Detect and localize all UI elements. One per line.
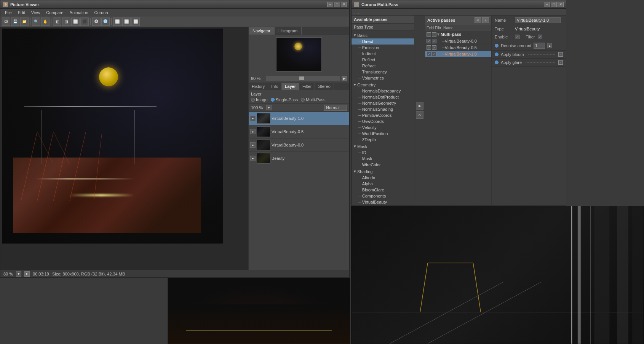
tool-btn-6[interactable]: ◧ <box>53 18 61 26</box>
radio-multi-pass-btn[interactable] <box>301 98 305 102</box>
remove-pass-btn[interactable]: ✕ <box>416 111 423 119</box>
tool-btn-13[interactable]: ⬜ <box>122 18 131 26</box>
zoom-arrow-btn[interactable]: ▶ <box>342 76 347 81</box>
tab-navigator[interactable]: Navigator <box>249 27 275 35</box>
radio-single-pass-btn[interactable] <box>271 98 275 102</box>
ap-check-filtr-1[interactable]: ✓ <box>432 39 436 43</box>
zoom-stepper-down[interactable]: ▼ <box>266 105 272 110</box>
ap-item-vb10[interactable]: ✓ ✓ ─VirtualBeauty-1.0 <box>425 51 491 57</box>
tree-item-wire-color[interactable]: ─WireColor <box>352 162 414 168</box>
ap-check-enbl-1[interactable]: ✓ <box>427 39 431 43</box>
layer-item-2[interactable]: ● VirtualBeauty-0.0 <box>249 139 349 152</box>
tree-item-virtual-beauty[interactable]: ─VirtualBeauty <box>352 199 414 205</box>
status-play-btn[interactable]: ▶ <box>24 271 30 277</box>
tab-layer[interactable]: Layer <box>282 83 299 90</box>
menu-compare[interactable]: Compare <box>43 10 66 16</box>
ap-btn-next[interactable]: » <box>482 17 489 23</box>
tree-item-emission[interactable]: ─Emission <box>352 45 414 51</box>
zoom-slider[interactable] <box>266 76 340 81</box>
tab-filter[interactable]: Filter <box>299 83 315 90</box>
radio-image-btn[interactable] <box>251 98 255 102</box>
tree-item-components[interactable]: ─Components <box>352 193 414 199</box>
tree-item-albedo[interactable]: ─Albedo <box>352 175 414 181</box>
tab-stereo[interactable]: Stereo <box>315 83 334 90</box>
denoise-input[interactable] <box>534 43 545 49</box>
close-button[interactable]: ✕ <box>341 2 347 7</box>
denoise-stepper[interactable]: ▲ <box>547 43 552 48</box>
tool-btn-11[interactable]: 🅑 <box>101 18 110 26</box>
corona-maximize[interactable]: □ <box>551 2 557 7</box>
tree-group-mask-label[interactable]: ▾ Mask <box>352 143 414 150</box>
corona-close[interactable]: ✕ <box>558 2 564 7</box>
tool-btn-9[interactable]: ⬛ <box>80 18 89 26</box>
menu-animation[interactable]: Animation <box>67 10 91 16</box>
ap-item-vb05[interactable]: ✓ ✓ ─VirtualBeauty-0.5 <box>425 45 491 51</box>
tree-group-shading-label[interactable]: ▾ Shading <box>352 168 414 175</box>
tree-item-volumetrics[interactable]: ─Volumetrics <box>352 75 414 81</box>
denoise-radio[interactable] <box>495 44 499 48</box>
blend-mode-select[interactable]: Normal <box>324 105 347 111</box>
zoom-bar[interactable] <box>273 105 323 110</box>
ap-check-enbl-0[interactable] <box>427 32 431 37</box>
tree-item-refract[interactable]: ─Refract <box>352 63 414 69</box>
apply-glare-check[interactable]: ✓ <box>558 60 563 65</box>
tool-btn-8[interactable]: ⬜ <box>71 18 80 26</box>
menu-edit[interactable]: Edit <box>15 10 28 16</box>
menu-view[interactable]: View <box>28 10 43 16</box>
tree-item-velocity[interactable]: ─Velocity <box>352 124 414 131</box>
menu-file[interactable]: File <box>2 10 15 16</box>
layer-eye-2[interactable]: ● <box>250 142 256 148</box>
tool-btn-5[interactable]: ✋ <box>41 18 50 26</box>
tool-btn-3[interactable]: 📁 <box>20 18 29 26</box>
add-pass-btn[interactable]: ▶ <box>416 102 423 110</box>
layer-eye-0[interactable]: ● <box>250 116 256 121</box>
tool-btn-2[interactable]: 💾 <box>11 18 19 26</box>
tool-btn-12[interactable]: ⬜ <box>113 18 121 26</box>
prop-name-input[interactable] <box>515 17 561 23</box>
tree-item-bloom-glare[interactable]: ─BloomGlare <box>352 187 414 193</box>
radio-image[interactable]: Image <box>251 97 268 102</box>
tree-group-geometry-label[interactable]: ▾ Geometry <box>352 81 414 88</box>
tree-item-zdepth[interactable]: ─ZDepth <box>352 137 414 143</box>
tool-btn-14[interactable]: ⬜ <box>131 18 140 26</box>
ap-check-filtr-2[interactable]: ✓ <box>432 45 436 50</box>
tab-history[interactable]: History <box>249 83 268 90</box>
tool-btn-7[interactable]: ◨ <box>62 18 70 26</box>
tool-btn-4[interactable]: 🔍 <box>32 18 40 26</box>
tree-item-reflect[interactable]: ─Reflect <box>352 57 414 63</box>
tree-item-alpha[interactable]: ─Alpha <box>352 181 414 187</box>
ap-btn-prev[interactable]: « <box>475 17 481 23</box>
prop-enable-check[interactable]: ✓ <box>515 35 519 39</box>
layer-item-0[interactable]: ● VirtualBeauty-1.0 <box>249 112 349 125</box>
zoom-thumb[interactable] <box>299 76 304 80</box>
prop-filter-check[interactable]: ✓ <box>538 35 542 39</box>
tree-item-id[interactable]: ─ID <box>352 150 414 156</box>
minimize-button[interactable]: ─ <box>327 2 333 7</box>
layer-item-3[interactable]: ● Beauty <box>249 152 349 165</box>
ap-check-filtr-3[interactable]: ✓ <box>432 52 436 56</box>
tree-item-primitive-coords[interactable]: ─PrimitiveCoords <box>352 112 414 118</box>
ap-check-filtr-0[interactable] <box>432 32 436 37</box>
apply-glare-radio[interactable] <box>495 61 499 64</box>
restore-button[interactable]: □ <box>334 2 340 7</box>
tree-item-normals-geo[interactable]: ─NormalsGeometry <box>352 100 414 106</box>
ap-item-vb00[interactable]: ✓ ✓ ─VirtualBeauty-0.0 <box>425 38 491 45</box>
ap-check-enbl-2[interactable]: ✓ <box>427 45 431 50</box>
layer-eye-3[interactable]: ● <box>250 156 256 161</box>
tree-item-direct[interactable]: ─Direct <box>352 38 414 45</box>
tree-item-indirect[interactable]: ─Indirect <box>352 51 414 57</box>
status-zoom-stepper[interactable]: ▼ <box>16 271 21 277</box>
tree-item-world-position[interactable]: ─WorldPosition <box>352 131 414 137</box>
tool-btn-1[interactable]: 🖼 <box>2 18 10 26</box>
tree-item-normals-shading[interactable]: ─NormalsShading <box>352 106 414 112</box>
passes-tree[interactable]: ▾ Basic ─Direct ─Emission ─Indirect ─Ref… <box>352 31 414 205</box>
tab-histogram[interactable]: Histogram <box>275 27 302 35</box>
menu-corona[interactable]: Corona <box>91 10 111 16</box>
ap-check-enbl-3[interactable]: ✓ <box>427 52 431 56</box>
layer-item-1[interactable]: ● VirtualBeauty-0.5 <box>249 125 349 139</box>
tree-group-basic-label[interactable]: ▾ Basic <box>352 32 414 38</box>
radio-single-pass[interactable]: Single-Pass <box>271 97 298 102</box>
layer-eye-1[interactable]: ● <box>250 129 256 134</box>
tree-item-normals-dot[interactable]: ─NormalsDotProduct <box>352 94 414 100</box>
tree-item-translucency[interactable]: ─Translucency <box>352 69 414 75</box>
